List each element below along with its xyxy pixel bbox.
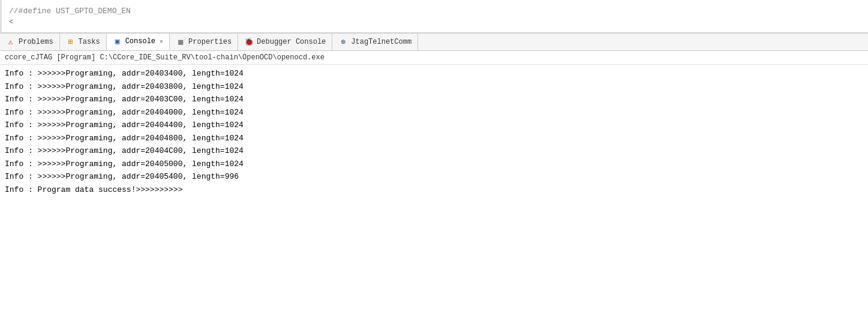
tasks-tab-icon: ⊞: [66, 37, 76, 47]
console-header: ccore_cJTAG [Program] C:\CCore_IDE_Suite…: [0, 51, 868, 65]
code-line: //#define UST_GPTO_DEMO_EN: [9, 7, 131, 16]
code-editor-area: //#define UST_GPTO_DEMO_EN <: [0, 0, 868, 33]
jtag-tab-icon: ⊕: [338, 37, 348, 47]
console-line-6: Info : >>>>>>Programing, addr=20404C00, …: [0, 145, 868, 158]
problems-tab-icon: ⚠: [6, 37, 16, 47]
jtag-tab-label: JtagTelnetComm: [351, 38, 412, 46]
console-line-4: Info : >>>>>>Programing, addr=20404400, …: [0, 119, 868, 132]
tab-console[interactable]: ▣Console✕: [107, 34, 170, 50]
console-tab-label: Console: [125, 37, 155, 46]
properties-tab-icon: ▦: [176, 37, 185, 47]
tab-bar: ⚠Problems⊞Tasks▣Console✕▦Properties🐞Debu…: [0, 33, 868, 51]
tab-tasks[interactable]: ⊞Tasks: [60, 34, 107, 50]
console-line-0: Info : >>>>>>Programing, addr=20403400, …: [0, 67, 868, 80]
console-line-7: Info : >>>>>>Programing, addr=20405000, …: [0, 158, 868, 171]
console-tab-icon: ▣: [113, 37, 122, 46]
console-line-1: Info : >>>>>>Programing, addr=20403800, …: [0, 80, 868, 94]
console-line-5: Info : >>>>>>Programing, addr=20404800, …: [0, 132, 868, 145]
console-tab-close[interactable]: ✕: [160, 38, 163, 45]
tab-jtag[interactable]: ⊕JtagTelnetComm: [332, 34, 418, 50]
tab-debugger-console[interactable]: 🐞Debugger Console: [238, 34, 332, 50]
problems-tab-label: Problems: [19, 38, 53, 46]
debugger-console-tab-icon: 🐞: [244, 37, 254, 47]
properties-tab-label: Properties: [188, 38, 232, 46]
tasks-tab-label: Tasks: [79, 38, 100, 46]
console-line-3: Info : >>>>>>Programing, addr=20404000, …: [0, 106, 868, 119]
console-line-9: Info : Program data success!>>>>>>>>>>: [0, 183, 868, 197]
console-panel: ccore_cJTAG [Program] C:\CCore_IDE_Suite…: [0, 51, 868, 322]
tab-problems[interactable]: ⚠Problems: [0, 34, 60, 50]
console-line-8: Info : >>>>>>Programing, addr=20405400, …: [0, 170, 868, 183]
debugger-console-tab-label: Debugger Console: [257, 38, 326, 46]
console-body[interactable]: Info : >>>>>>Programing, addr=20403400, …: [0, 65, 868, 322]
tab-properties[interactable]: ▦Properties: [170, 34, 238, 50]
console-line-2: Info : >>>>>>Programing, addr=20403C00, …: [0, 93, 868, 106]
scroll-left-indicator: <: [9, 18, 13, 26]
